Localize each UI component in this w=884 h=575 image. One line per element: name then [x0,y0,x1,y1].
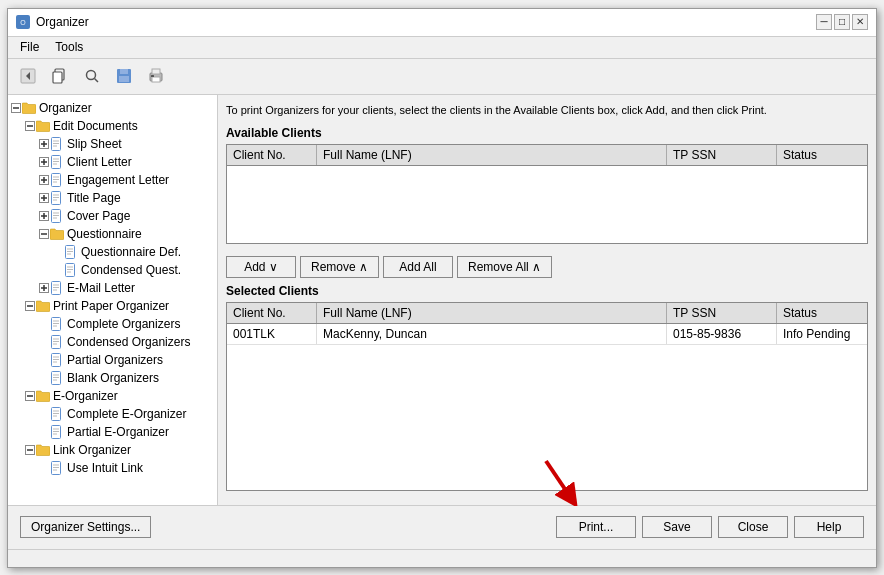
sidebar: OrganizerEdit DocumentsSlip SheetClient … [8,95,218,505]
tree-label-client-letter: Client Letter [67,155,132,169]
tree-item-slip-sheet[interactable]: Slip Sheet [8,135,217,153]
svg-rect-9 [120,69,128,74]
tree-item-questionnaire[interactable]: Questionnaire [8,225,217,243]
close-button[interactable]: Close [718,516,788,538]
tree-item-print-paper[interactable]: Print Paper Organizer [8,297,217,315]
add-button[interactable]: Add ∨ [226,256,296,278]
tree-item-complete-org[interactable]: Complete Organizers [8,315,217,333]
tree-item-engagement-letter[interactable]: Engagement Letter [8,171,217,189]
tree-item-partial-org[interactable]: Partial Organizers [8,351,217,369]
remove-button[interactable]: Remove ∧ [300,256,379,278]
toolbar-print-button[interactable] [142,63,170,89]
tree-expand-client-letter[interactable] [38,156,50,168]
title-bar-controls: ─ □ ✕ [816,14,868,30]
tree-label-use-intuit-link: Use Intuit Link [67,461,143,475]
selected-clients-label: Selected Clients [226,284,868,298]
tree-expand-title-page[interactable] [38,192,50,204]
tree-label-title-page: Title Page [67,191,121,205]
toolbar-back-button[interactable] [14,63,42,89]
svg-line-7 [95,79,99,83]
svg-rect-29 [52,155,61,168]
tree-expand-questionnaire[interactable] [38,228,50,240]
tree-label-slip-sheet: Slip Sheet [67,137,122,151]
selected-col-tp-ssn: TP SSN [667,303,777,323]
maximize-button[interactable]: □ [834,14,850,30]
close-button[interactable]: ✕ [852,14,868,30]
tree-expand-organizer[interactable] [10,102,22,114]
tree-item-email-letter[interactable]: E-Mail Letter [8,279,217,297]
tree-expand-e-organizer[interactable] [24,390,36,402]
doc-icon [50,191,64,205]
tree-expand-print-paper[interactable] [24,300,36,312]
folder-icon [50,227,64,241]
tree-item-partial-e-org[interactable]: Partial E-Organizer [8,423,217,441]
selected-col-client-no: Client No. [227,303,317,323]
tree-label-quest-def: Questionnaire Def. [81,245,181,259]
tree-item-cover-page[interactable]: Cover Page [8,207,217,225]
remove-all-button[interactable]: Remove All ∧ [457,256,552,278]
doc-icon [64,263,78,277]
available-clients-grid: Client No. Full Name (LNF) TP SSN Status [226,144,868,244]
toolbar-copy-button[interactable] [46,63,74,89]
print-button[interactable]: Print... [556,516,636,538]
available-col-client-no: Client No. [227,145,317,165]
tree-expand-engagement-letter[interactable] [38,174,50,186]
folder-icon [36,389,50,403]
help-button[interactable]: Help [794,516,864,538]
selected-clients-grid: Client No. Full Name (LNF) TP SSN Status… [226,302,868,491]
tree-item-edit-docs[interactable]: Edit Documents [8,117,217,135]
main-content: OrganizerEdit DocumentsSlip SheetClient … [8,95,876,505]
menu-file[interactable]: File [12,38,47,56]
tree-item-link-organizer[interactable]: Link Organizer [8,441,217,459]
svg-rect-91 [52,407,61,420]
doc-icon [50,335,64,349]
selected-col-status: Status [777,303,867,323]
app-icon: O [16,15,30,29]
status-bar [8,549,876,567]
add-all-button[interactable]: Add All [383,256,453,278]
tree-item-condensed-quest[interactable]: Condensed Quest. [8,261,217,279]
folder-icon [36,119,50,133]
tree-expand-edit-docs[interactable] [24,120,36,132]
tree-item-client-letter[interactable]: Client Letter [8,153,217,171]
client-action-buttons: Add ∨ Remove ∧ Add All Remove All ∧ [226,256,868,278]
toolbar [8,59,876,95]
save-button[interactable]: Save [642,516,712,538]
minimize-button[interactable]: ─ [816,14,832,30]
svg-rect-10 [119,76,129,82]
tree-item-quest-def[interactable]: Questionnaire Def. [8,243,217,261]
tree-expand-cover-page[interactable] [38,210,50,222]
svg-rect-95 [52,425,61,438]
tree-item-blank-org[interactable]: Blank Organizers [8,369,217,387]
table-row[interactable]: 001TLKMacKenny, Duncan015-85-9836Info Pe… [227,324,867,345]
doc-icon [50,209,64,223]
svg-rect-36 [52,173,61,186]
title-bar: O Organizer ─ □ ✕ [8,9,876,37]
doc-icon [50,317,64,331]
tree-label-condensed-quest: Condensed Quest. [81,263,181,277]
title-bar-left: O Organizer [16,15,89,29]
tree-label-e-organizer: E-Organizer [53,389,118,403]
tree-item-title-page[interactable]: Title Page [8,189,217,207]
menu-tools[interactable]: Tools [47,38,91,56]
bottom-bar: Organizer Settings... Print... Save Clos… [8,505,876,549]
selected-clients-body[interactable]: 001TLKMacKenny, Duncan015-85-9836Info Pe… [227,324,867,384]
tree-item-complete-e-org[interactable]: Complete E-Organizer [8,405,217,423]
cell-full-name: MacKenny, Duncan [317,324,667,344]
toolbar-search-button[interactable] [78,63,106,89]
organizer-settings-button[interactable]: Organizer Settings... [20,516,151,538]
tree-expand-slip-sheet[interactable] [38,138,50,150]
cell-client-no: 001TLK [227,324,317,344]
tree-item-e-organizer[interactable]: E-Organizer [8,387,217,405]
selected-col-full-name: Full Name (LNF) [317,303,667,323]
doc-icon [50,137,64,151]
bottom-right: Print... Save Close Help [556,516,864,538]
toolbar-save-button[interactable] [110,63,138,89]
svg-rect-14 [151,75,154,77]
tree-item-use-intuit-link[interactable]: Use Intuit Link [8,459,217,477]
tree-item-organizer[interactable]: Organizer [8,99,217,117]
tree-item-condensed-org[interactable]: Condensed Organizers [8,333,217,351]
available-clients-header: Client No. Full Name (LNF) TP SSN Status [227,145,867,166]
tree-expand-email-letter[interactable] [38,282,50,294]
tree-expand-link-organizer[interactable] [24,444,36,456]
